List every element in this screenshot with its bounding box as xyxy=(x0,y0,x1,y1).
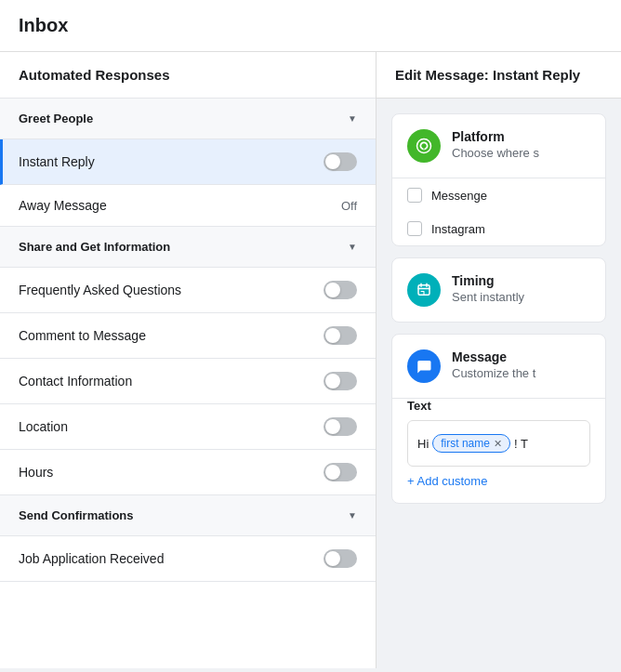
comment-message-toggle[interactable] xyxy=(324,326,357,345)
section-greet-people[interactable]: Greet People ▼ xyxy=(0,99,376,139)
message-icon xyxy=(407,349,441,383)
menu-item-location[interactable]: Location xyxy=(0,404,376,450)
svg-point-0 xyxy=(417,139,431,153)
timing-icon xyxy=(407,273,441,307)
page-header: Inbox xyxy=(0,0,621,52)
message-card-content: Message Customize the t xyxy=(392,335,605,398)
section-share-info[interactable]: Share and Get Information ▼ xyxy=(0,227,376,268)
firstname-tag[interactable]: first name ✕ xyxy=(432,434,510,453)
instant-reply-toggle[interactable] xyxy=(324,152,357,171)
timing-card: Timing Sent instantly xyxy=(391,257,606,323)
instagram-checkbox[interactable] xyxy=(407,221,422,236)
menu-item-contact-info[interactable]: Contact Information xyxy=(0,359,376,404)
timing-title: Timing xyxy=(452,273,524,288)
instant-reply-label: Instant Reply xyxy=(19,154,95,169)
section-send-confirmations-label: Send Confirmations xyxy=(19,508,134,522)
away-message-label: Away Message xyxy=(19,198,107,213)
message-card-text: Message Customize the t xyxy=(452,349,535,380)
message-card-body: Text Hi first name ✕ ! T + Add custome xyxy=(392,399,605,503)
messenger-checkbox-row: Messenge xyxy=(392,178,605,212)
platform-card-content: Platform Choose where s xyxy=(392,114,605,178)
instagram-label: Instagram xyxy=(431,222,485,236)
chevron-down-icon-3: ▼ xyxy=(348,510,357,520)
platform-subtitle: Choose where s xyxy=(452,146,539,160)
section-greet-people-label: Greet People xyxy=(19,112,93,125)
comment-message-label: Comment to Message xyxy=(19,328,146,343)
instagram-checkbox-row: Instagram xyxy=(392,212,605,245)
page-title: Inbox xyxy=(19,15,602,36)
job-application-label: Job Application Received xyxy=(19,551,164,566)
location-label: Location xyxy=(19,419,68,434)
tag-close-icon[interactable]: ✕ xyxy=(494,438,502,450)
section-send-confirmations[interactable]: Send Confirmations ▼ xyxy=(0,495,376,536)
menu-item-hours[interactable]: Hours xyxy=(0,450,376,495)
messenger-checkbox[interactable] xyxy=(407,188,422,203)
message-title: Message xyxy=(452,349,535,364)
platform-card: Platform Choose where s Messenge Instagr… xyxy=(391,113,606,246)
faq-label: Frequently Asked Questions xyxy=(19,283,181,297)
messenger-label: Messenge xyxy=(431,189,487,203)
left-panel-title: Automated Responses xyxy=(0,52,376,99)
chevron-down-icon-2: ▼ xyxy=(348,242,357,252)
job-application-toggle[interactable] xyxy=(324,549,357,568)
hours-label: Hours xyxy=(19,465,53,480)
hours-toggle[interactable] xyxy=(324,463,357,481)
message-input-area[interactable]: Hi first name ✕ ! T xyxy=(407,420,590,467)
main-content: Automated Responses Greet People ▼ Insta… xyxy=(0,52,621,668)
add-customize-link[interactable]: + Add custome xyxy=(407,467,590,492)
contact-info-label: Contact Information xyxy=(19,374,132,389)
menu-item-comment-message[interactable]: Comment to Message xyxy=(0,313,376,359)
tag-label: first name xyxy=(441,437,490,450)
timing-subtitle: Sent instantly xyxy=(452,290,524,304)
message-card: Message Customize the t Text Hi first na… xyxy=(391,334,606,504)
text-label: Text xyxy=(407,399,590,413)
timing-card-content: Timing Sent instantly xyxy=(392,258,605,322)
right-panel-header: Edit Message: Instant Reply xyxy=(377,52,621,99)
menu-item-job-application[interactable]: Job Application Received xyxy=(0,536,376,582)
section-share-info-label: Share and Get Information xyxy=(19,240,170,254)
right-panel: Edit Message: Instant Reply Platform Cho… xyxy=(377,52,621,668)
contact-info-toggle[interactable] xyxy=(324,372,357,390)
message-subtitle: Customize the t xyxy=(452,366,535,380)
timing-card-text: Timing Sent instantly xyxy=(452,273,524,304)
chevron-down-icon: ▼ xyxy=(348,113,357,124)
menu-item-instant-reply[interactable]: Instant Reply xyxy=(0,139,376,185)
platform-card-text: Platform Choose where s xyxy=(452,129,539,160)
location-toggle[interactable] xyxy=(324,417,357,436)
message-prefix: Hi xyxy=(417,437,429,451)
faq-toggle[interactable] xyxy=(324,281,357,299)
menu-item-away-message[interactable]: Away Message Off xyxy=(0,185,376,227)
platform-title: Platform xyxy=(452,129,539,144)
platform-icon xyxy=(407,129,441,163)
message-suffix: ! T xyxy=(514,437,528,451)
right-panel-body: Platform Choose where s Messenge Instagr… xyxy=(377,99,621,530)
away-message-status: Off xyxy=(341,199,357,213)
menu-item-faq[interactable]: Frequently Asked Questions xyxy=(0,268,376,313)
left-panel: Automated Responses Greet People ▼ Insta… xyxy=(0,52,377,668)
